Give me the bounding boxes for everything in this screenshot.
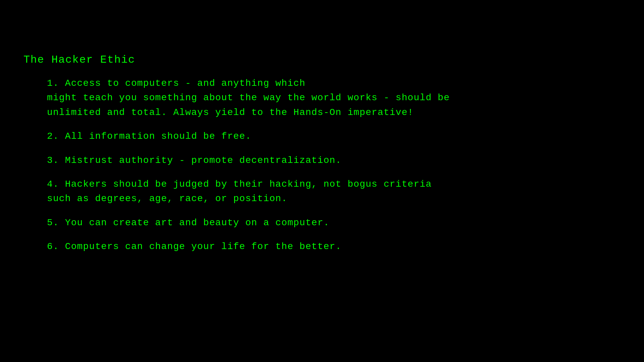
- list-item: 1. Access to computers - and anything wh…: [47, 76, 621, 120]
- list-item: 5. You can create art and beauty on a co…: [47, 216, 621, 230]
- list-item: 3. Mistrust authority - promote decentra…: [47, 153, 621, 168]
- list-item-text: 1. Access to computers - and anything wh…: [47, 78, 306, 88]
- list-item-text: might teach you something about the way …: [47, 93, 450, 103]
- ethics-list: 1. Access to computers - and anything wh…: [23, 76, 621, 254]
- list-item-text: 3. Mistrust authority - promote decentra…: [47, 155, 341, 166]
- list-item-text: 6. Computers can change your life for th…: [47, 241, 341, 252]
- list-item-text: 4. Hackers should be judged by their hac…: [47, 179, 432, 189]
- list-item: 6. Computers can change your life for th…: [47, 239, 621, 254]
- list-item-text: 2. All information should be free.: [47, 131, 251, 141]
- page-title: The Hacker Ethic: [23, 54, 621, 66]
- list-item-text: such as degrees, age, race, or position.: [47, 193, 287, 204]
- list-item: 2. All information should be free.: [47, 129, 621, 143]
- list-item: 4. Hackers should be judged by their hac…: [47, 177, 621, 206]
- list-item-text: unlimited and total. Always yield to the…: [47, 107, 414, 118]
- list-item-text: 5. You can create art and beauty on a co…: [47, 218, 329, 228]
